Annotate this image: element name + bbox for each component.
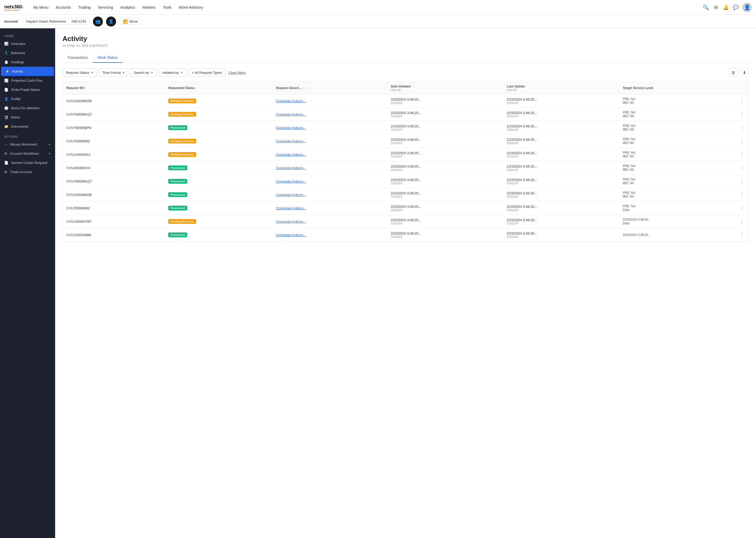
cell-request-desc[interactable]: Corporate Actions... — [272, 175, 387, 188]
cell-request-id: CVV1J000O7BT — [63, 215, 165, 228]
logo[interactable]: netx360 + — [4, 4, 24, 11]
search-icon-btn[interactable]: 🔍 — [701, 3, 710, 12]
sidebar-item-holdings[interactable]: 📋 Holdings — [0, 58, 55, 67]
initiated-by-dropdown-icon: ▼ — [180, 71, 183, 74]
sidebar-item-activity[interactable]: ⚡ Activity — [1, 67, 54, 76]
page-title: Activity — [63, 35, 749, 43]
cell-row-menu[interactable]: ⋮ — [735, 161, 748, 175]
time-period-filter[interactable]: Time Period ▼ — [99, 69, 128, 77]
nav-accounts[interactable]: Accounts — [53, 3, 74, 12]
sidebar-item-projected-cash-flow[interactable]: 📈 Projected Cash Flow — [0, 76, 55, 85]
col-request-id: Request ID# — [63, 82, 165, 94]
row-menu-icon[interactable]: ⋮ — [737, 191, 746, 198]
cell-status: Processed — [165, 121, 272, 134]
grid-view-btn[interactable]: ⊞ — [729, 68, 737, 77]
sidebar-item-profile[interactable]: 👤 Profile — [0, 94, 55, 103]
notifications-icon-btn[interactable]: 🔔 — [721, 3, 730, 12]
sidebar-item-account-workflows[interactable]: ⚙ Account Workflows ▼ — [0, 149, 55, 158]
messages-icon-btn[interactable]: 💬 — [731, 3, 740, 12]
cell-row-menu[interactable]: ⋮ — [735, 148, 748, 161]
cell-request-desc[interactable]: Corporate Actions... — [272, 201, 387, 215]
sidebar-item-money-movement[interactable]: ↔ Money Movement ▼ — [0, 140, 55, 149]
apps-icon-btn[interactable]: ⊞ — [711, 3, 720, 12]
sidebar-item-balances[interactable]: 💲 Balances — [0, 48, 55, 58]
sidebar-item-notes[interactable]: 📓 Notes — [0, 113, 55, 122]
nav-tools[interactable]: Tools — [160, 3, 174, 12]
cell-request-id: CVV1J00ONBM — [63, 228, 165, 242]
avatar[interactable]: 👤 — [742, 3, 752, 12]
cell-request-desc[interactable]: Corporate Actions... — [272, 94, 387, 108]
sidebar-item-service-center-request[interactable]: 📄 Service Center Request — [0, 158, 55, 167]
cell-request-id: CVVJ000NKVH — [63, 161, 165, 175]
nav-trading[interactable]: Trading — [75, 3, 94, 12]
col-target-service-level: Target Service Level — [619, 82, 735, 94]
cell-row-menu[interactable]: ⋮ — [735, 121, 748, 134]
nav-markets[interactable]: Markets — [139, 3, 159, 12]
last-update-sub: User ID — [507, 88, 616, 91]
row-menu-icon[interactable]: ⋮ — [737, 164, 746, 172]
all-request-types-btn[interactable]: + All Request Types — [188, 69, 225, 77]
cell-row-menu[interactable]: ⋮ — [735, 134, 748, 148]
avatar-icon: 👤 — [744, 4, 750, 11]
row-menu-icon[interactable]: ⋮ — [737, 231, 746, 239]
cell-request-desc[interactable]: Corporate Actions... — [272, 215, 387, 228]
request-status-filter[interactable]: Request Status ▼ — [63, 69, 97, 77]
clear-filters-btn[interactable]: Clear filters — [229, 71, 246, 75]
cell-row-menu[interactable]: ⋮ — [735, 175, 748, 188]
cell-request-desc[interactable]: Corporate Actions... — [272, 161, 387, 175]
actions-label: ACTIONS — [0, 131, 55, 140]
tab-transactions[interactable]: Transactions — [63, 53, 93, 63]
sidebar-item-order-trade-status[interactable]: 📄 Order/Trade Status — [0, 85, 55, 94]
cell-status: Processed — [165, 188, 272, 201]
initiated-by-filter[interactable]: Initiated by ▼ — [159, 69, 186, 77]
service-center-icon: 📄 — [4, 161, 8, 165]
row-menu-icon[interactable]: ⋮ — [737, 110, 746, 118]
nav-analytics[interactable]: Analytics — [117, 3, 138, 12]
cell-row-menu[interactable]: ⋮ — [735, 228, 748, 242]
row-menu-icon[interactable]: ⋮ — [737, 137, 746, 145]
cell-request-desc[interactable]: Corporate Actions... — [272, 228, 387, 242]
row-menu-icon[interactable]: ⋮ — [737, 150, 746, 158]
cell-row-menu[interactable]: ⋮ — [735, 188, 748, 201]
search-by-filter[interactable]: Search by ▼ — [130, 69, 157, 77]
group-accounts-btn[interactable]: 👥 — [93, 17, 103, 27]
col-requested-status: Requested Status — [165, 82, 272, 94]
cell-request-desc[interactable]: Corporate Actions... — [272, 108, 387, 121]
cell-request-desc[interactable]: Corporate Actions... — [272, 148, 387, 161]
download-btn[interactable]: ⬇ — [740, 68, 749, 77]
cell-last-update: 2/23/2024 3:48:20... CPSCRT — [503, 94, 619, 108]
nav-servicing[interactable]: Servicing — [95, 3, 116, 12]
table-row: CVU7000M90Z Pending Process Corporate Ac… — [63, 134, 748, 148]
row-menu-icon[interactable]: ⋮ — [737, 218, 746, 225]
tab-work-status[interactable]: Work Status — [93, 53, 122, 63]
table-row: CVV1J00ONBM Processed Corporate Actions.… — [63, 228, 748, 242]
money-movement-arrow: ▼ — [48, 143, 51, 146]
row-menu-icon[interactable]: ⋮ — [737, 97, 746, 105]
cell-service-level: PRE: NA IBD: NA — [619, 175, 735, 188]
wove-btn[interactable]: 📶 Wove — [119, 18, 142, 25]
cell-row-menu[interactable]: ⋮ — [735, 215, 748, 228]
notes-icon: 📓 — [4, 115, 8, 119]
row-menu-icon[interactable]: ⋮ — [737, 124, 746, 132]
sidebar-item-trade-account[interactable]: ⚙ Trade Account — [0, 167, 55, 177]
cell-row-menu[interactable]: ⋮ — [735, 201, 748, 215]
cell-request-desc[interactable]: Corporate Actions... — [272, 188, 387, 201]
cell-request-id: CVU7000M90Z — [63, 134, 165, 148]
nav-wove-advisory[interactable]: Wove Advisory — [176, 3, 206, 12]
account-name: Hayden Oswin Retirement — [26, 20, 66, 24]
cell-last-update: 2/23/2024 3:48:20... CPSCRT — [503, 134, 619, 148]
cell-request-desc[interactable]: Corporate Actions... — [272, 121, 387, 134]
cell-row-menu[interactable]: ⋮ — [735, 94, 748, 108]
row-menu-icon[interactable]: ⋮ — [737, 204, 746, 212]
sidebar-item-overview[interactable]: 📊 Overview — [0, 39, 55, 48]
sidebar-item-items-for-attention[interactable]: 🕐 Items For Attention — [0, 103, 55, 113]
account-name-badge[interactable]: Hayden Oswin Retirement ABC1234 — [22, 18, 90, 25]
cell-request-id: CVV1J000M02B — [63, 188, 165, 201]
nav-my-menu[interactable]: My Menu — [30, 3, 52, 12]
sidebar-item-documents[interactable]: 📁 Documents — [0, 122, 55, 131]
cell-row-menu[interactable]: ⋮ — [735, 108, 748, 121]
cell-request-desc[interactable]: Corporate Actions... — [272, 134, 387, 148]
sort-icon[interactable]: ↑ — [304, 86, 305, 89]
account-profile-btn[interactable]: 👤 — [106, 17, 116, 27]
row-menu-icon[interactable]: ⋮ — [737, 177, 746, 185]
